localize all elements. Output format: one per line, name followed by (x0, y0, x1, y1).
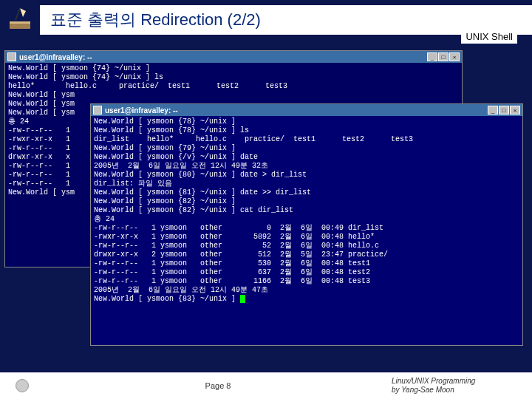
cursor (240, 295, 245, 303)
terminal-icon (93, 106, 102, 115)
slide-footer: Page 8 Linux/UNIX Programming by Yang-Sa… (0, 372, 532, 399)
window-controls: _ □ × (427, 52, 460, 61)
author-name: by Yang-Sae Moon (392, 386, 526, 395)
terminal-icon (7, 52, 16, 61)
terminal-title: user1@infravalley: -- (19, 53, 92, 61)
terminal-title: user1@infravalley: -- (105, 106, 178, 115)
minimize-button[interactable]: _ (427, 52, 437, 61)
window-controls: _ □ × (488, 106, 520, 115)
terminal-window-front: user1@infravalley: -- _ □ × New.World [ … (90, 103, 523, 346)
maximize-button[interactable]: □ (438, 52, 449, 61)
book-lamp-icon (5, 4, 35, 33)
terminal-titlebar: user1@infravalley: -- _ □ × (5, 51, 462, 63)
page-number: Page 8 (44, 381, 392, 390)
close-button[interactable]: × (510, 106, 520, 115)
minimize-button[interactable]: _ (488, 106, 498, 115)
header-icon (0, 0, 40, 37)
terminal-output: New.World [ ysmoon {78} ~/unix ] New.Wor… (91, 116, 522, 345)
course-name: Linux/UNIX Programming (392, 377, 526, 386)
svg-line-2 (16, 8, 20, 20)
university-seal-icon (16, 379, 29, 392)
maximize-button[interactable]: □ (499, 106, 509, 115)
footer-logo (0, 379, 44, 392)
slide-subtitle: UNIX Shell (461, 30, 517, 44)
close-button[interactable]: × (449, 52, 460, 61)
slide-title: 표준 출력의 Redirection (2/2) (50, 9, 261, 31)
slide-header: 표준 출력의 Redirection (2/2) (0, 0, 532, 37)
terminal-titlebar: user1@infravalley: -- _ □ × (91, 104, 522, 116)
title-bar: 표준 출력의 Redirection (2/2) (40, 5, 532, 35)
svg-rect-1 (10, 21, 30, 24)
footer-credits: Linux/UNIX Programming by Yang-Sae Moon (392, 377, 532, 395)
